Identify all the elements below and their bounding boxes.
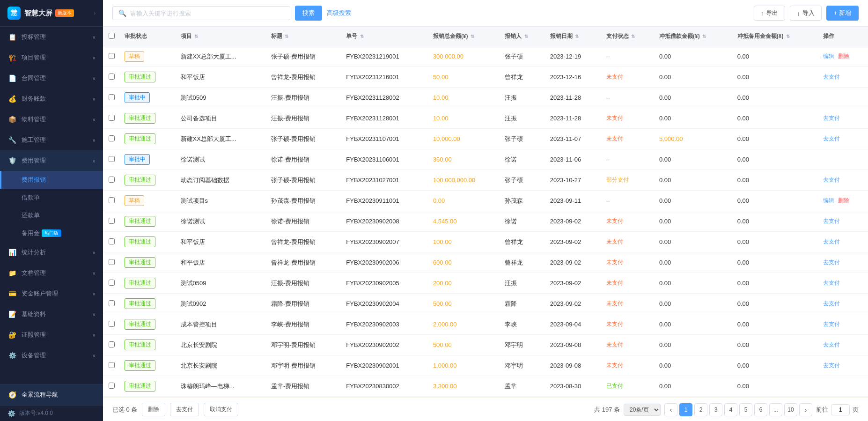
row-total-amount: 100,000,000.00 [428,170,500,191]
row-project: 和平饭店 [176,252,266,273]
row-checkbox[interactable] [109,94,115,100]
cancel-pay-button[interactable]: 取消支付 [204,403,238,416]
header-title[interactable]: 标题 ⇅ [266,27,341,46]
action-去支付[interactable]: 去支付 [823,238,840,245]
sidebar-item-basic[interactable]: 📝 基础资料 ∨ [0,304,103,325]
action-去支付[interactable]: 去支付 [823,74,840,80]
row-title: 张子硕-费用报销 [266,46,341,67]
header-order-no[interactable]: 单号 ⇅ [341,27,428,46]
navigator-item[interactable]: 🧭 全景流程导航 [0,384,103,405]
delete-button[interactable]: 删除 [142,403,165,416]
advanced-search-button[interactable]: 高级搜索 [327,9,351,17]
sidebar-sub-expense-report[interactable]: 费用报销 [0,171,103,189]
action-去支付[interactable]: 去支付 [823,300,840,307]
page-10-button[interactable]: 10 [784,403,797,416]
row-checkbox[interactable] [109,115,115,121]
row-offset-reserve: 0.00 [733,232,819,252]
sidebar-sub-repayment[interactable]: 还款单 [0,207,103,224]
row-project: 珠穆朗玛峰—电梯... [176,376,266,397]
sidebar-item-device[interactable]: ⚙️ 设备管理 ∨ [0,345,103,366]
sidebar-item-construction[interactable]: 🔧 施工管理 ∨ [0,130,103,150]
accounts-label: 资金账户管理 [22,289,92,298]
row-checkbox[interactable] [109,238,115,244]
header-pay-status[interactable]: 支付状态 ⇅ [602,27,655,46]
sidebar-sub-loan[interactable]: 借款单 [0,189,103,207]
action-编辑[interactable]: 编辑 [823,53,834,59]
header-offset-reserve[interactable]: 冲抵备用金金额(¥) ⇅ [733,27,819,46]
select-all-checkbox[interactable] [109,33,115,39]
header-reporter[interactable]: 报销人 ⇅ [500,27,545,46]
row-offset-loan: 0.00 [655,252,733,273]
header-report-date[interactable]: 报销日期 ⇅ [545,27,602,46]
import-button[interactable]: ↓ 导入 [790,6,822,21]
add-button[interactable]: + 新增 [826,6,859,21]
action-删除[interactable]: 删除 [838,197,849,204]
action-去支付[interactable]: 去支付 [823,135,840,142]
row-checkbox[interactable] [109,341,115,347]
action-去支付[interactable]: 去支付 [823,177,840,183]
row-checkbox-cell [103,314,120,335]
sidebar-settings[interactable]: ⚙️ 版本号:v4.0.0 [0,405,103,421]
row-report-date: 2023-09-02 [545,294,602,314]
search-input[interactable] [130,10,284,17]
page-1-button[interactable]: 1 [679,403,692,416]
row-offset-loan: 0.00 [655,108,733,129]
row-checkbox[interactable] [109,259,115,265]
row-checkbox[interactable] [109,362,115,368]
row-checkbox[interactable] [109,74,115,80]
search-button[interactable]: 搜索 [295,6,322,21]
page-3-button[interactable]: 3 [709,403,722,416]
page-4-button[interactable]: 4 [724,403,737,416]
sidebar-item-stats[interactable]: 📊 统计分析 ∨ [0,242,103,263]
status-badge: 审批通过 [125,360,155,371]
row-checkbox[interactable] [109,135,115,141]
sidebar-item-finance[interactable]: 💰 财务账款 ∨ [0,89,103,109]
row-checkbox[interactable] [109,300,115,306]
sidebar-item-cert[interactable]: 🔐 证照管理 ∨ [0,325,103,345]
action-去支付[interactable]: 去支付 [823,218,840,224]
action-去支付[interactable]: 去支付 [823,280,840,286]
action-编辑[interactable]: 编辑 [823,197,834,204]
header-total-amount[interactable]: 报销总金额(¥) ⇅ [428,27,500,46]
row-checkbox[interactable] [109,383,115,389]
row-checkbox[interactable] [109,53,115,59]
action-删除[interactable]: 删除 [838,53,849,59]
row-checkbox[interactable] [109,218,115,224]
sidebar-item-contract[interactable]: 📄 合同管理 ∨ [0,68,103,89]
sidebar-item-docs[interactable]: 📁 文档管理 ∨ [0,263,103,283]
action-去支付[interactable]: 去支付 [823,115,840,121]
pay-button[interactable]: 去支付 [170,403,199,416]
row-checkbox-cell [103,355,120,376]
row-checkbox[interactable] [109,156,115,162]
row-checkbox[interactable] [109,321,115,327]
row-checkbox-cell [103,376,120,397]
row-project: 和平饭店 [176,232,266,252]
action-去支付[interactable]: 去支付 [823,341,840,348]
header-project[interactable]: 项目 ⇅ [176,27,266,46]
sidebar-item-accounts[interactable]: 💳 资金账户管理 ∨ [0,283,103,304]
header-offset-loan[interactable]: 冲抵借款金额(¥) ⇅ [655,27,733,46]
action-去支付[interactable]: 去支付 [823,321,840,327]
row-checkbox[interactable] [109,197,115,203]
sidebar-item-bidding[interactable]: 📋 投标管理 ∨ [0,27,103,47]
page-size-select[interactable]: 20条/页 50条/页 [624,404,661,416]
row-checkbox[interactable] [109,280,115,286]
sidebar-item-project[interactable]: 🏗️ 项目管理 ∨ [0,47,103,68]
sidebar-item-materials[interactable]: 📦 物料管理 ∨ [0,109,103,130]
prev-page-button[interactable]: ‹ [664,403,677,416]
page-2-button[interactable]: 2 [694,403,707,416]
row-reporter: 张子硕 [500,46,545,67]
row-order-no: FYBX20230902003 [341,314,428,335]
row-status: 审批通过 [120,376,176,397]
page-6-button[interactable]: 6 [754,403,767,416]
next-page-button[interactable]: › [799,403,812,416]
action-去支付[interactable]: 去支付 [823,259,840,266]
sidebar-sub-reserve[interactable]: 备用金 热门版 [0,224,103,242]
row-project: 公司备选项目 [176,108,266,129]
page-5-button[interactable]: 5 [739,403,752,416]
action-去支付[interactable]: 去支付 [823,362,840,369]
goto-input[interactable] [831,404,850,415]
row-checkbox[interactable] [109,177,115,183]
export-button[interactable]: ↑ 导出 [754,6,786,21]
sidebar-item-expense[interactable]: 🛡️ 费用管理 ∧ [0,150,103,171]
